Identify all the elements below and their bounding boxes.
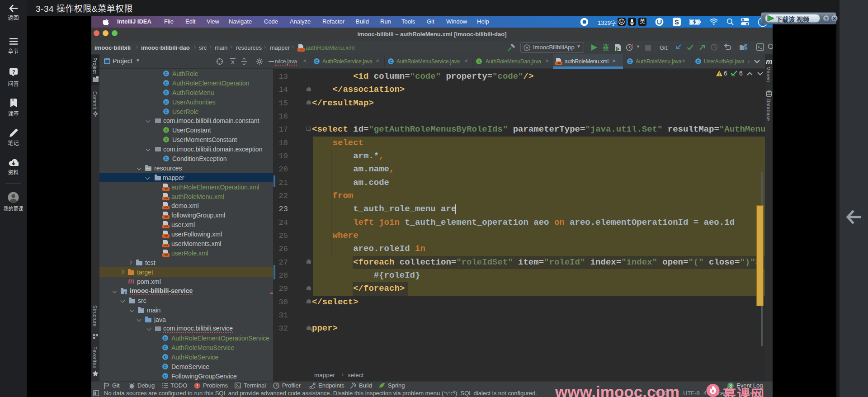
svg-text:?: ?	[12, 69, 15, 75]
svg-text:S: S	[675, 19, 679, 26]
